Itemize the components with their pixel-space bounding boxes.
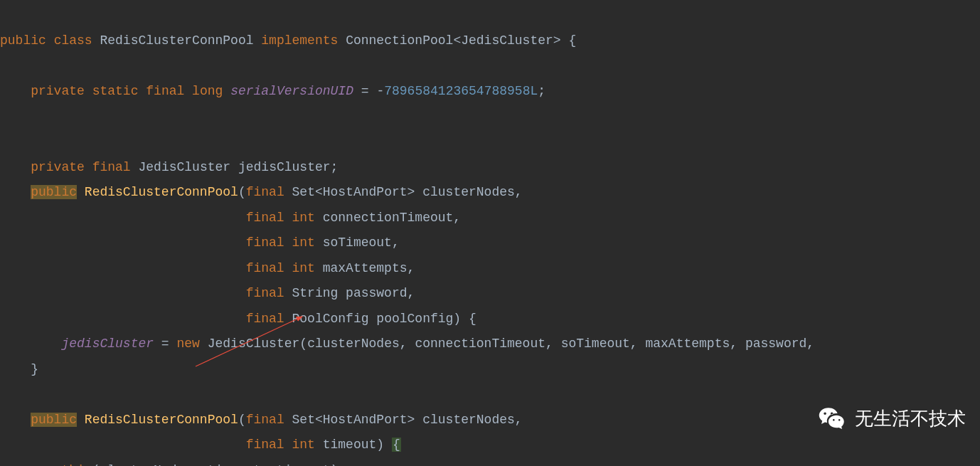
paren-close: ): [376, 438, 384, 452]
brace-open-cursor: {: [392, 438, 401, 452]
keyword-private: private: [31, 84, 85, 98]
comma: ,: [408, 261, 415, 275]
param-password: password: [346, 286, 407, 300]
keyword-final: final: [246, 312, 284, 326]
minus-sign: -: [376, 84, 384, 98]
field-name: jedisCluster: [238, 160, 331, 174]
field-ref: jedisCluster: [61, 337, 154, 351]
keyword-int: int: [292, 235, 314, 250]
paren-close: ): [453, 312, 461, 326]
keyword-final: final: [246, 211, 284, 225]
keyword-public-highlighted: public: [31, 413, 77, 427]
ctor-call: JedisCluster: [208, 337, 300, 351]
keyword-int: int: [292, 211, 314, 225]
paren-open: (: [238, 413, 246, 427]
comma: ,: [515, 413, 523, 427]
type-name: JedisCluster: [138, 160, 230, 174]
number-literal: 7896584123654788958L: [384, 84, 538, 98]
keyword-final: final: [246, 413, 284, 427]
brace-open: {: [469, 312, 476, 326]
keyword-this: this: [61, 463, 92, 467]
field-serialVersionUID: serialVersionUID: [230, 84, 353, 98]
keyword-final: final: [246, 438, 284, 452]
arg: clusterNodes: [100, 463, 192, 467]
code-editor[interactable]: public class RedisClusterConnPool implem…: [0, 28, 980, 466]
type-set: Set: [292, 413, 315, 427]
comma: ,: [453, 211, 461, 225]
watermark: 无生活不技术: [818, 404, 966, 434]
keyword-static: static: [92, 84, 139, 98]
brace-close: }: [31, 362, 38, 376]
constructor-name: RedisClusterConnPool: [85, 413, 238, 427]
type-poolconfig: PoolConfig: [292, 312, 368, 326]
constructor-name: RedisClusterConnPool: [85, 185, 238, 199]
keyword-int: int: [292, 438, 314, 452]
wechat-icon: [818, 404, 848, 434]
arg: maxAttempts: [645, 337, 730, 351]
comma: ,: [408, 286, 415, 300]
comma: ,: [392, 235, 400, 250]
generic-type: HostAndPort: [323, 185, 408, 199]
arg: connectionTimeout: [415, 337, 545, 351]
comma: ,: [806, 337, 814, 351]
keyword-final: final: [246, 235, 284, 250]
keyword-private: private: [31, 160, 85, 174]
keyword-final: final: [246, 261, 284, 275]
param-clusterNodes: clusterNodes: [422, 185, 515, 199]
keyword-implements: implements: [261, 33, 338, 48]
arg: timeout: [277, 463, 331, 467]
paren-close: ): [331, 463, 339, 467]
keyword-public-highlighted: public: [31, 185, 77, 199]
param-soTimeout: soTimeout: [323, 235, 392, 250]
arg: timeout: [208, 463, 262, 467]
generic-type: JedisCluster: [461, 33, 553, 48]
paren-open: (: [92, 463, 100, 467]
param-connectionTimeout: connectionTimeout: [323, 211, 454, 225]
brace-open: {: [568, 33, 576, 48]
param-timeout: timeout: [323, 438, 377, 452]
param-clusterNodes: clusterNodes: [422, 413, 515, 427]
arg: soTimeout: [561, 337, 630, 351]
keyword-long: long: [192, 84, 223, 98]
keyword-public: public: [0, 33, 46, 48]
paren-open: (: [299, 337, 307, 351]
interface-name: ConnectionPool: [346, 33, 453, 48]
equals-sign: =: [161, 337, 169, 351]
keyword-final: final: [246, 185, 284, 199]
arg: clusterNodes: [307, 337, 400, 351]
keyword-new: new: [176, 337, 199, 351]
param-poolConfig: poolConfig: [376, 312, 453, 326]
generic-type: HostAndPort: [323, 413, 408, 427]
paren-open: (: [238, 185, 246, 199]
arg: password: [745, 337, 806, 351]
type-set: Set: [292, 185, 315, 199]
param-maxAttempts: maxAttempts: [323, 261, 408, 275]
keyword-int: int: [292, 261, 314, 275]
semicolon: ;: [331, 160, 339, 174]
equals-sign: =: [361, 84, 369, 98]
watermark-text: 无生活不技术: [855, 406, 966, 432]
class-name: RedisClusterConnPool: [100, 33, 253, 48]
comma: ,: [515, 185, 523, 199]
type-string: String: [292, 286, 338, 300]
keyword-final: final: [146, 84, 184, 98]
keyword-final: final: [246, 286, 284, 300]
keyword-class: class: [54, 33, 92, 48]
keyword-final: final: [92, 160, 131, 174]
semicolon: ;: [338, 463, 346, 467]
semicolon: ;: [538, 84, 545, 98]
